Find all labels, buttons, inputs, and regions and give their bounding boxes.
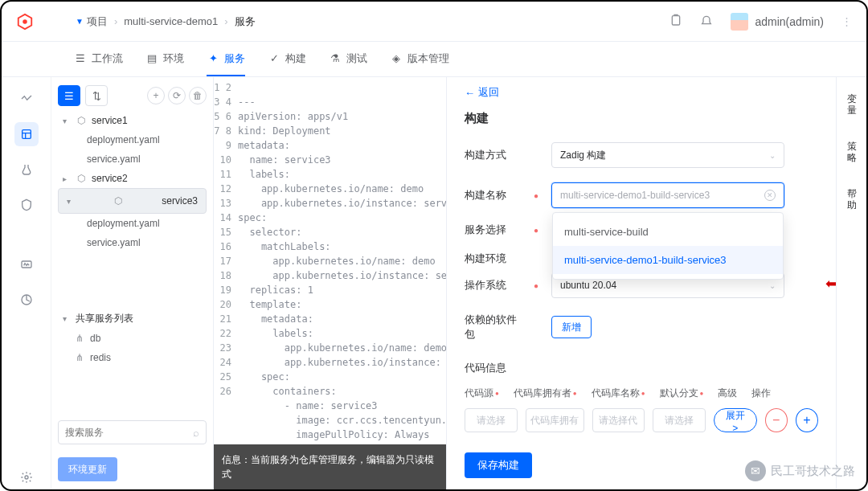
- search-icon: ⌕: [193, 427, 199, 439]
- rail-item-1[interactable]: [14, 87, 39, 111]
- editor-info-bar: 信息：当前服务为仓库管理服务，编辑器为只读模式: [214, 444, 446, 489]
- build-name-select[interactable]: multi-service-demo1-build-service3 ✕ mul…: [551, 182, 784, 208]
- search-services[interactable]: ⌕: [58, 420, 207, 444]
- svg-rect-4: [22, 261, 31, 268]
- test-icon: ⚗: [329, 52, 342, 65]
- save-build-button[interactable]: 保存构建: [465, 452, 532, 478]
- rail-settings[interactable]: [14, 465, 39, 489]
- shared-services-header[interactable]: ▾共享服务列表: [58, 309, 207, 329]
- rail-item-4[interactable]: [14, 193, 39, 217]
- file-item[interactable]: deployment.yaml: [58, 214, 207, 233]
- svg-rect-2: [673, 16, 680, 25]
- top-bar: ▼ 项目 › multi-service-demo1 › 服务 admin(ad…: [2, 2, 866, 42]
- name-label: 构建名称: [465, 188, 522, 203]
- panel-tab-sort[interactable]: ⇅: [85, 85, 108, 106]
- project-dropdown-icon[interactable]: ▼: [76, 17, 84, 26]
- right-sidebar: 变 量 策 略 帮 助: [836, 77, 866, 489]
- code-src-select[interactable]: 请选择: [465, 408, 518, 432]
- breadcrumb-project[interactable]: multi-service-demo1: [124, 15, 218, 27]
- app-logo-icon: [16, 13, 34, 31]
- rail-item-6[interactable]: [14, 288, 39, 312]
- rside-policy[interactable]: 策 略: [847, 141, 857, 164]
- rail-item-3[interactable]: [14, 158, 39, 182]
- file-item[interactable]: deployment.yaml: [58, 130, 207, 149]
- service-tree: ▾⬡service1 deployment.yaml service.yaml …: [58, 111, 207, 412]
- svg-point-6: [25, 476, 28, 479]
- clipboard-icon[interactable]: [669, 14, 682, 29]
- cube-icon: ⬡: [113, 195, 124, 207]
- build-env-label: 构建环境: [465, 252, 522, 266]
- build-icon: ✓: [268, 52, 280, 65]
- chevron-down-icon: ⌄: [769, 151, 776, 160]
- nav-tabs: ☰工作流 ▤环境 ✦服务 ✓构建 ⚗测试 ◈版本管理: [2, 42, 866, 77]
- svg-point-1: [23, 19, 27, 24]
- rail-item-5[interactable]: [14, 252, 39, 276]
- refresh-button[interactable]: ⟳: [168, 87, 186, 104]
- code-content: --- apiVersion: apps/v1 kind: Deployment…: [238, 80, 446, 444]
- services-panel: ☰ ⇅ + ⟳ 🗑 ▾⬡service1 deployment.yaml ser…: [51, 77, 214, 489]
- panel-tab-list[interactable]: ☰: [58, 85, 80, 106]
- rside-variables[interactable]: 变 量: [847, 93, 857, 117]
- svg-rect-3: [22, 130, 31, 139]
- share-icon: ⋔: [74, 352, 85, 363]
- avatar-icon: [731, 13, 748, 31]
- code-editor: 1 2 3 4 5 6 7 8 9 10 11 12 13 14 15 16 1…: [214, 77, 447, 489]
- pointer-arrow-icon: ⬅: [825, 275, 836, 293]
- back-link[interactable]: ← 返回: [465, 85, 818, 100]
- os-label: 操作系统: [465, 278, 522, 293]
- cube-icon: ⬡: [76, 115, 87, 126]
- rside-help[interactable]: 帮 助: [847, 188, 857, 211]
- dropdown-option[interactable]: multi-service-build: [553, 218, 783, 246]
- delete-button[interactable]: 🗑: [189, 87, 207, 104]
- code-owner-select[interactable]: 代码库拥有: [526, 408, 584, 432]
- tab-version[interactable]: ◈版本管理: [390, 42, 449, 76]
- tab-service[interactable]: ✦服务: [207, 42, 245, 76]
- more-icon[interactable]: ⋮: [841, 15, 852, 27]
- service-item[interactable]: ▾⬡service1: [58, 111, 207, 130]
- chevron-down-icon: ⌄: [769, 281, 776, 290]
- clear-icon[interactable]: ✕: [764, 190, 776, 201]
- service-item-selected[interactable]: ▾⬡service3: [58, 188, 207, 214]
- breadcrumb-root[interactable]: 项目: [87, 14, 108, 29]
- file-item[interactable]: service.yaml: [58, 149, 207, 169]
- code-branch-select[interactable]: 请选择: [653, 408, 706, 432]
- service-item[interactable]: ▸⬡service2: [58, 169, 207, 188]
- tab-build[interactable]: ✓构建: [268, 42, 306, 76]
- search-input[interactable]: [65, 427, 188, 438]
- breadcrumb: ▼ 项目 › multi-service-demo1 › 服务: [76, 14, 256, 29]
- deps-label: 依赖的软件包: [465, 313, 522, 342]
- code-repo-select[interactable]: 请选择代: [592, 408, 645, 432]
- rail-item-2[interactable]: [14, 122, 39, 146]
- code-info-title: 代码信息: [465, 361, 818, 375]
- build-name-dropdown: multi-service-build multi-service-demo1-…: [552, 212, 784, 280]
- expand-button[interactable]: 展开 >: [714, 408, 757, 432]
- tab-env[interactable]: ▤环境: [145, 42, 184, 76]
- pane-title: 构建: [465, 111, 818, 126]
- bell-icon[interactable]: [700, 14, 713, 29]
- add-service-button[interactable]: +: [147, 87, 165, 104]
- add-dep-button[interactable]: 新增: [551, 316, 592, 338]
- shared-item[interactable]: ⋔redis: [58, 348, 207, 367]
- tab-workflow[interactable]: ☰工作流: [74, 42, 123, 76]
- line-gutter: 1 2 3 4 5 6 7 8 9 10 11 12 13 14 15 16 1…: [214, 80, 238, 444]
- remove-row-button[interactable]: −: [765, 408, 788, 432]
- service-icon: ✦: [207, 52, 219, 65]
- code-columns: 代码源 ● 代码库拥有者 ● 代码库名称 ● 默认分支 ● 高级 操作: [465, 387, 818, 400]
- build-pane: ← 返回 构建 构建方式 Zadig 构建⌄ 构建名称● multi-servi…: [447, 77, 836, 489]
- method-label: 构建方式: [465, 148, 522, 162]
- left-rail: [2, 77, 51, 489]
- user-name: admin(admin): [755, 15, 824, 28]
- cube-icon: ⬡: [76, 173, 87, 184]
- env-update-button[interactable]: 环境更新: [58, 457, 117, 481]
- add-row-button[interactable]: +: [796, 408, 818, 432]
- dropdown-option-selected[interactable]: multi-service-demo1-build-service3: [553, 246, 783, 274]
- build-method-select[interactable]: Zadig 构建⌄: [551, 142, 784, 168]
- share-icon: ⋔: [74, 333, 85, 344]
- version-icon: ◈: [390, 52, 403, 65]
- env-icon: ▤: [145, 52, 158, 65]
- file-item[interactable]: service.yaml: [58, 233, 207, 252]
- shared-item[interactable]: ⋔db: [58, 329, 207, 348]
- tab-test[interactable]: ⚗测试: [329, 42, 367, 76]
- breadcrumb-current: 服务: [235, 14, 256, 29]
- user-menu[interactable]: admin(admin): [731, 13, 824, 31]
